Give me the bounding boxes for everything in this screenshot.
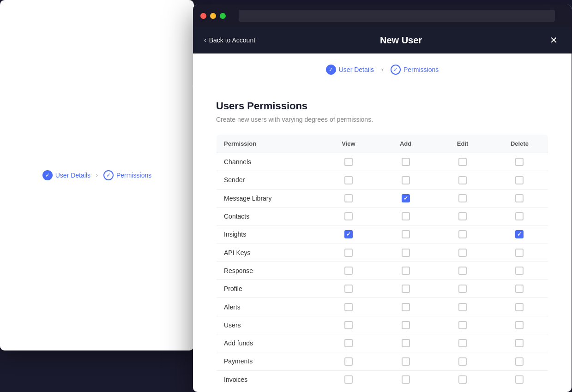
perm-cell-edit-11: [434, 352, 491, 370]
perm-cell-delete-12: [491, 370, 548, 388]
perm-cell-view-11: [320, 352, 377, 370]
perm-checkbox-view-0[interactable]: [344, 158, 353, 166]
perm-checkbox-add-3[interactable]: [402, 212, 410, 220]
perm-checkbox-delete-7[interactable]: [515, 285, 524, 293]
fg-back-link[interactable]: ‹ Back to Account: [204, 36, 255, 44]
perm-checkbox-view-10[interactable]: [344, 339, 353, 347]
perm-cell-add-9: [377, 316, 434, 334]
perm-cell-edit-10: [434, 334, 491, 352]
perm-cell-delete-2: [491, 189, 548, 207]
perm-checkbox-add-0[interactable]: [402, 158, 410, 166]
foreground-window: ‹ Back to Account New User ✕ ✓ User Deta…: [193, 5, 572, 392]
perm-cell-delete-10: [491, 334, 548, 352]
perm-cell-view-8: [320, 298, 377, 316]
perm-cell-delete-5: [491, 244, 548, 261]
perm-checkbox-delete-8[interactable]: [515, 303, 524, 311]
perm-checkbox-add-6[interactable]: [402, 267, 410, 275]
perm-checkbox-edit-1[interactable]: [458, 176, 467, 184]
fg-traffic-light-red[interactable]: [200, 13, 206, 19]
perm-cell-view-5: [320, 244, 377, 261]
perm-checkbox-edit-2[interactable]: [458, 194, 467, 202]
perm-checkbox-view-9[interactable]: [344, 321, 353, 329]
perm-checkbox-edit-4[interactable]: [458, 230, 467, 238]
perm-checkbox-view-5[interactable]: [344, 249, 353, 257]
perm-checkbox-add-7[interactable]: [402, 285, 410, 293]
perm-cell-view-6: [320, 261, 377, 279]
perm-checkbox-delete-12[interactable]: [515, 375, 524, 384]
perm-cell-view-3: [320, 207, 377, 225]
fg-step1-check: ✓: [326, 65, 336, 75]
step-arrow: ›: [96, 172, 98, 178]
perm-checkbox-edit-7[interactable]: [458, 285, 467, 293]
perm-name-1: Sender: [217, 171, 320, 189]
perm-checkbox-edit-0[interactable]: [458, 158, 467, 166]
perm-checkbox-delete-4[interactable]: [515, 230, 524, 238]
perm-checkbox-add-2[interactable]: [402, 194, 410, 202]
table-row: Profile: [217, 280, 548, 298]
perm-checkbox-view-1[interactable]: [344, 176, 353, 184]
perm-checkbox-view-3[interactable]: [344, 212, 353, 220]
perm-checkbox-delete-0[interactable]: [515, 158, 524, 166]
perm-checkbox-view-12[interactable]: [344, 375, 353, 384]
perm-cell-edit-5: [434, 244, 491, 261]
table-row: Add funds: [217, 334, 548, 352]
perm-name-10: Add funds: [217, 334, 320, 352]
perm-cell-view-0: [320, 153, 377, 171]
perm-cell-edit-9: [434, 316, 491, 334]
fg-step2-label: Permissions: [403, 66, 439, 73]
perm-cell-edit-4: [434, 226, 491, 244]
col-permission: Permission: [217, 135, 320, 153]
fg-traffic-light-yellow[interactable]: [210, 13, 216, 19]
perm-checkbox-add-12[interactable]: [402, 375, 410, 384]
perm-checkbox-delete-3[interactable]: [515, 212, 524, 220]
fg-permissions-content: Users Permissions Create new users with …: [193, 86, 572, 389]
perm-checkbox-edit-5[interactable]: [458, 249, 467, 257]
perm-checkbox-view-8[interactable]: [344, 303, 353, 311]
perm-checkbox-delete-11[interactable]: [515, 357, 524, 366]
perm-checkbox-edit-8[interactable]: [458, 303, 467, 311]
perm-checkbox-add-11[interactable]: [402, 357, 410, 366]
perm-cell-add-11: [377, 352, 434, 370]
perm-checkbox-edit-6[interactable]: [458, 267, 467, 275]
perm-checkbox-delete-6[interactable]: [515, 267, 524, 275]
table-row: Sender: [217, 171, 548, 189]
perm-checkbox-add-1[interactable]: [402, 176, 410, 184]
perm-checkbox-edit-9[interactable]: [458, 321, 467, 329]
perm-checkbox-add-4[interactable]: [402, 230, 410, 238]
perm-cell-add-7: [377, 280, 434, 298]
perm-checkbox-edit-3[interactable]: [458, 212, 467, 220]
perm-cell-delete-3: [491, 207, 548, 225]
background-window: ‹ Back to Account New User ✓ User Detail…: [0, 0, 194, 350]
perm-cell-add-3: [377, 207, 434, 225]
perm-checkbox-edit-11[interactable]: [458, 357, 467, 366]
fg-traffic-light-green[interactable]: [220, 13, 226, 19]
perm-cell-edit-12: [434, 370, 491, 388]
perm-checkbox-delete-2[interactable]: [515, 194, 524, 202]
perm-checkbox-view-2[interactable]: [344, 194, 353, 202]
perm-checkbox-add-9[interactable]: [402, 321, 410, 329]
perm-checkbox-edit-12[interactable]: [458, 375, 467, 384]
perm-checkbox-view-4[interactable]: [344, 230, 353, 238]
table-row: Users: [217, 316, 548, 334]
perm-checkbox-add-10[interactable]: [402, 339, 410, 347]
perm-checkbox-view-7[interactable]: [344, 285, 353, 293]
perm-cell-view-10: [320, 334, 377, 352]
bg-step1-check: ✓: [42, 170, 53, 180]
perm-checkbox-delete-1[interactable]: [515, 176, 524, 184]
fg-back-label: Back to Account: [209, 36, 255, 44]
perm-checkbox-view-11[interactable]: [344, 357, 353, 366]
perm-checkbox-add-8[interactable]: [402, 303, 410, 311]
fg-modal-header: ‹ Back to Account New User ✕: [193, 27, 572, 53]
bg-stepper: ✓ User Details › ✓ Permissions: [0, 0, 194, 350]
perm-checkbox-delete-10[interactable]: [515, 339, 524, 347]
table-row: Invoices: [217, 370, 548, 388]
perm-cell-view-1: [320, 171, 377, 189]
perm-checkbox-delete-9[interactable]: [515, 321, 524, 329]
fg-step1-label: User Details: [339, 66, 374, 73]
perm-checkbox-add-5[interactable]: [402, 249, 410, 257]
perm-checkbox-view-6[interactable]: [344, 267, 353, 275]
perm-checkbox-delete-5[interactable]: [515, 249, 524, 257]
perm-checkbox-edit-10[interactable]: [458, 339, 467, 347]
perm-cell-edit-0: [434, 153, 491, 171]
close-button[interactable]: ✕: [547, 33, 560, 47]
